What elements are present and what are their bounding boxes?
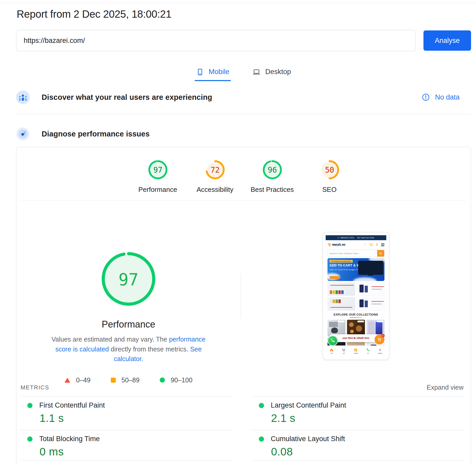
diagnose-gauge-icon	[16, 127, 30, 141]
tab-desktop-label: Desktop	[265, 68, 291, 76]
promo-card	[327, 282, 355, 296]
metric-value: 1.1 s	[40, 412, 232, 424]
real-users-icon	[16, 90, 30, 104]
error-outline-icon	[422, 93, 430, 101]
analyse-button[interactable]: Analyse	[423, 30, 471, 51]
banner-cta-pill	[330, 276, 340, 279]
best-practices-gauge: 96	[262, 160, 282, 180]
banner-campaign-chip: 8.8 MONSOON MADNESS	[330, 260, 353, 263]
shot-bottom-nav: হোম কার্ট ক্যাটাগরি	[326, 345, 386, 357]
screenshot-column: +8801821772211 Track Your Order	[241, 201, 471, 360]
nav-categories: ক্যাটাগরি	[350, 346, 362, 357]
lab-data-section: Diagnose performance issues	[16, 127, 471, 141]
shot-phone-number: +8801821772211	[337, 237, 354, 239]
promo-card	[357, 282, 384, 296]
score-legend: 0–49 50–89 90–100	[65, 376, 192, 384]
metric-tbt: Total Blocking Time 0 ms	[21, 430, 232, 461]
tab-mobile-label: Mobile	[209, 68, 229, 76]
svg-text:50: 50	[325, 166, 334, 174]
metrics-grid: First Contentful Paint 1.1 s Largest Con…	[16, 396, 471, 461]
mobile-screenshot: +8801821772211 Track Your Order	[326, 235, 386, 357]
score-label: Best Practices	[250, 186, 294, 194]
desktop-laptop-icon	[252, 68, 261, 76]
average-square-icon	[111, 378, 116, 383]
whatsapp-button	[327, 336, 338, 346]
url-bar: Analyse	[16, 30, 471, 51]
pagespeed-report: Report from 2 Dec 2025, 18:00:21 Analyse…	[0, 0, 476, 464]
nav-cart: কার্ট	[338, 346, 350, 357]
metric-cls: Cumulative Layout Shift 0.08	[252, 430, 464, 461]
banner-tv-image	[358, 261, 383, 275]
shot-track-order: Track Your Order	[357, 237, 374, 239]
page-title: Report from 2 Dec 2025, 18:00:21	[17, 8, 471, 20]
score-label: SEO	[322, 186, 337, 194]
no-data-label: No data	[435, 93, 460, 101]
legend-fail: 0–49	[65, 376, 91, 384]
score-seo[interactable]: 50 SEO	[306, 160, 353, 194]
field-data-section: Discover what your real users are experi…	[16, 90, 471, 114]
mobile-phone-icon	[196, 68, 204, 76]
shot-topbar: +8801821772211 Track Your Order	[326, 235, 386, 240]
shot-header-icons: ♡	[364, 243, 384, 247]
nav-profile: প্রোফাইল	[374, 346, 386, 357]
header-cart-icon	[369, 243, 373, 246]
performance-description: Values are estimated and may vary. The p…	[43, 335, 214, 364]
floating-cart-button: 0	[375, 335, 384, 344]
nav-home: হোম	[326, 346, 338, 357]
score-accessibility[interactable]: 72 Accessibility	[192, 160, 239, 194]
shot-promo-row-1	[327, 282, 384, 296]
shot-header: বাজারেই.কম ♡	[326, 240, 386, 249]
shot-logo-cart-icon	[327, 243, 331, 246]
desc-text: Values are estimated and may vary. The	[52, 336, 169, 343]
tab-desktop[interactable]: Desktop	[251, 67, 293, 81]
performance-gauge: 97	[148, 160, 168, 180]
legend-average: 50–89	[111, 376, 140, 384]
menu-hamburger-icon	[381, 243, 384, 246]
svg-text:97: 97	[118, 270, 138, 289]
legend-pass: 90–100	[160, 376, 192, 384]
cart-badge: 0	[381, 334, 385, 337]
url-input[interactable]	[16, 30, 416, 51]
metric-value: 0 ms	[40, 446, 232, 458]
metrics-label: METRICS	[21, 384, 49, 391]
collections-underline	[350, 317, 362, 318]
score-label: Accessibility	[197, 186, 234, 194]
pass-dot-icon	[27, 436, 33, 442]
pass-dot-icon	[259, 436, 264, 442]
expand-view-link[interactable]: Expand view	[427, 384, 464, 391]
shot-promo-row-2	[327, 297, 384, 311]
report-card: 97 Performance 72 Accessibility	[16, 147, 471, 464]
promo-card	[327, 297, 355, 311]
tab-mobile[interactable]: Mobile	[195, 67, 231, 81]
metric-value: 0.08	[271, 446, 464, 458]
big-performance-gauge: 97	[100, 251, 157, 307]
category-scores: 97 Performance 72 Accessibility	[16, 147, 471, 200]
no-data-link[interactable]: No data	[422, 93, 471, 101]
field-data-title: Discover what your real users are experi…	[42, 93, 212, 102]
accessibility-gauge: 72	[205, 160, 225, 180]
legend-range: 90–100	[171, 376, 192, 384]
pass-dot-icon	[259, 403, 264, 408]
banner-subtitle: Haier 32" QLED FHD Google TV	[330, 269, 358, 271]
legend-range: 0–49	[76, 376, 91, 384]
pass-circle-icon	[160, 377, 165, 383]
shot-collections: EXPLORE OUR COLLECTIONS	[326, 313, 386, 318]
shot-search-bar: Search Your Product Here...	[327, 250, 384, 257]
svg-text:72: 72	[210, 166, 220, 174]
nav-call: কল	[362, 346, 374, 357]
header-account-icon	[375, 243, 379, 246]
wishlist-heart-icon: ♡	[364, 243, 367, 247]
desc-text: directly from these metrics.	[109, 345, 190, 353]
score-best-practices[interactable]: 96 Best Practices	[249, 160, 296, 194]
lab-data-title: Diagnose performance issues	[42, 130, 150, 138]
collections-title: EXPLORE OUR COLLECTIONS	[326, 313, 386, 316]
metric-lcp: Largest Contentful Paint 2.1 s	[252, 396, 464, 430]
score-label: Performance	[138, 186, 177, 194]
fail-triangle-icon	[65, 378, 70, 383]
shot-search-button	[377, 250, 384, 257]
metric-value: 2.1 s	[271, 412, 464, 424]
performance-detail: 97 Performance Values are estimated and …	[16, 201, 471, 376]
performance-summary: 97 Performance Values are estimated and …	[16, 201, 241, 384]
score-performance[interactable]: 97 Performance	[134, 160, 181, 194]
svg-text:96: 96	[268, 166, 277, 174]
